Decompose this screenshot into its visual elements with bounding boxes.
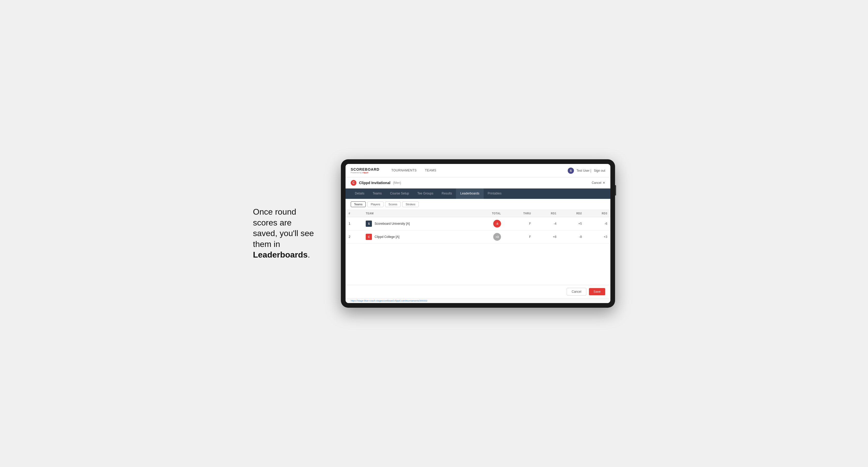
footer-cancel-button[interactable]: Cancel (567, 288, 586, 295)
cell-thru-1: F (504, 217, 534, 230)
tab-course-setup[interactable]: Course Setup (386, 188, 413, 199)
filter-strokes[interactable]: Strokes (402, 201, 418, 207)
logo-area: SCOREBOARD Powered by clippd (351, 167, 379, 174)
cell-rd3-2: +3 (585, 230, 610, 244)
tab-printables[interactable]: Printables (484, 188, 506, 199)
col-rd1: RD1 (534, 210, 559, 217)
tournament-category: (Men) (393, 181, 401, 185)
sidebar-description: Once round scores are saved, you'll see … (253, 207, 326, 260)
filter-players[interactable]: Players (367, 201, 383, 207)
tournament-logo: C (351, 180, 356, 186)
col-rd2: RD2 (559, 210, 585, 217)
leaderboard-table: # TEAM TOTAL THRU RD1 RD2 RD3 1 (345, 210, 610, 244)
score-badge-1: -5 (493, 220, 501, 227)
filter-scores[interactable]: Scores (385, 201, 401, 207)
col-rank: # (345, 210, 363, 217)
score-badge-2: +3 (493, 233, 501, 241)
cell-rd1-1: -4 (534, 217, 559, 230)
col-total: TOTAL (471, 210, 504, 217)
team-logo-1: S (366, 221, 372, 227)
cell-total-1: -5 (471, 217, 504, 230)
user-avatar: S (568, 167, 574, 174)
cell-rd2-1: +5 (559, 217, 585, 230)
nav-tournaments[interactable]: TOURNAMENTS (387, 164, 421, 177)
tab-details[interactable]: Details (351, 188, 369, 199)
col-thru: THRU (504, 210, 534, 217)
tab-tee-groups[interactable]: Tee Groups (413, 188, 437, 199)
content-area (345, 244, 610, 285)
cell-team: S Scoreboard University [A] (363, 217, 471, 230)
nav-links: TOURNAMENTS TEAMS (387, 164, 568, 177)
tablet-screen: SCOREBOARD Powered by clippd TOURNAMENTS… (345, 164, 610, 303)
tournament-header: C Clippd Invitational (Men) Cancel ✕ (345, 177, 610, 188)
col-rd3: RD3 (585, 210, 610, 217)
filter-bar: Teams Players Scores Strokes (345, 199, 610, 210)
team-name-2: Clippd College [A] (374, 235, 399, 239)
cancel-button-top[interactable]: Cancel ✕ (592, 181, 605, 185)
tab-leaderboards[interactable]: Leaderboards (456, 188, 484, 199)
tab-teams[interactable]: Teams (369, 188, 386, 199)
tab-results[interactable]: Results (437, 188, 456, 199)
app-logo: SCOREBOARD (351, 167, 379, 172)
cell-total-2: +3 (471, 230, 504, 244)
user-name: Test User | (577, 169, 591, 173)
table-row: 1 S Scoreboard University [A] -5 F -4 (345, 217, 610, 230)
cell-rd3-1: -6 (585, 217, 610, 230)
table-header-row: # TEAM TOTAL THRU RD1 RD2 RD3 (345, 210, 610, 217)
top-navigation: SCOREBOARD Powered by clippd TOURNAMENTS… (345, 164, 610, 177)
cell-rd1-2: +8 (534, 230, 559, 244)
nav-right: S Test User | Sign out (568, 167, 605, 174)
status-bar: https://stage-blue-coach.stagescoreboard… (345, 298, 610, 303)
tournament-name: Clippd Invitational (359, 181, 390, 185)
footer-save-button[interactable]: Save (589, 288, 605, 295)
status-url: https://stage-blue-coach.stagescoreboard… (351, 300, 427, 302)
tournament-title-row: C Clippd Invitational (Men) (351, 180, 401, 186)
col-team: TEAM (363, 210, 471, 217)
filter-teams[interactable]: Teams (351, 201, 366, 207)
cell-rd2-2: -8 (559, 230, 585, 244)
tab-bar: Details Teams Course Setup Tee Groups Re… (345, 188, 610, 199)
leaderboards-emphasis: Leaderboards (253, 250, 308, 259)
tablet-device: SCOREBOARD Powered by clippd TOURNAMENTS… (341, 159, 615, 308)
cell-team: C Clippd College [A] (363, 230, 471, 244)
team-logo-2: C (366, 234, 372, 240)
table-row: 2 C Clippd College [A] +3 F +8 -8 (345, 230, 610, 244)
sign-out-link[interactable]: Sign out (594, 169, 605, 173)
team-name-1: Scoreboard University [A] (374, 222, 410, 225)
tablet-side-button (615, 185, 616, 195)
nav-teams[interactable]: TEAMS (421, 164, 440, 177)
cell-rank: 2 (345, 230, 363, 244)
modal-footer: Cancel Save (345, 285, 610, 298)
cell-thru-2: F (504, 230, 534, 244)
logo-subtitle: Powered by clippd (351, 172, 379, 174)
cell-rank: 1 (345, 217, 363, 230)
